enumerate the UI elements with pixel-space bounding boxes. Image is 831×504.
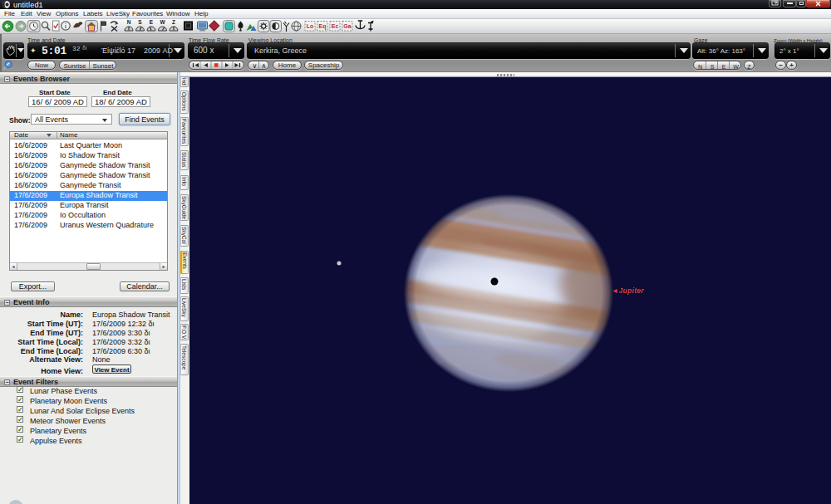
svg-text:E: E — [150, 19, 154, 25]
svg-text:S: S — [138, 19, 142, 25]
svg-text:Ga: Ga — [343, 23, 351, 29]
svg-text:Z: Z — [172, 19, 175, 25]
svg-text:W: W — [160, 19, 165, 25]
svg-text:Eq: Eq — [319, 23, 327, 30]
svg-text:N: N — [127, 19, 131, 25]
svg-text:Ec: Ec — [332, 23, 339, 29]
svg-text:◄Jupiter: ◄Jupiter — [612, 286, 645, 295]
svg-text:Lo: Lo — [307, 23, 314, 29]
